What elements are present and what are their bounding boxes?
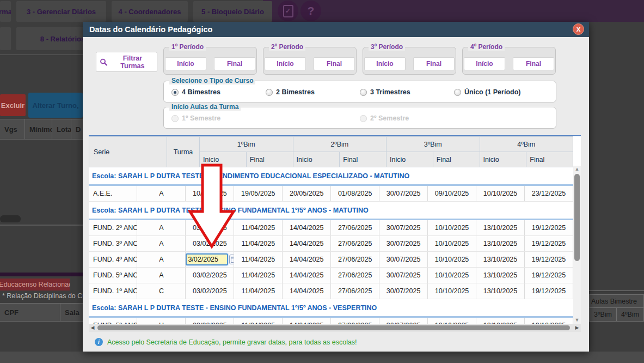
school-group-header: Escola: SARAH L P DUTRA TESTE - ATENDIME… — [89, 167, 573, 185]
date-cell[interactable]: 13/10/2025 — [476, 252, 525, 268]
date-cell[interactable]: 19/12/2025 — [524, 236, 573, 252]
col-header-serie: Serie — [89, 137, 167, 167]
date-cell[interactable]: 10/10/2025 — [428, 283, 476, 299]
date-cell[interactable]: 14/04/2025 — [283, 283, 331, 299]
table-row: FUND. 5º ANOA03/02/202511/04/202514/04/2… — [89, 268, 573, 283]
date-cell[interactable]: 13/10/2025 — [476, 283, 525, 299]
serie-cell: FUND. 3º ANO — [89, 236, 137, 252]
date-cell[interactable]: 30/07/2025 — [379, 268, 428, 283]
date-cell[interactable]: 10/10/2025 — [428, 220, 476, 236]
tipo-curso-label-1: 2 Bimestres — [276, 88, 315, 96]
periodo-4-inicio-button[interactable]: Início — [464, 57, 505, 70]
periodo-2-inicio-button[interactable]: Início — [265, 57, 306, 70]
calendar-icon[interactable] — [229, 255, 234, 264]
date-cell[interactable]: 19/05/2025 — [234, 185, 283, 202]
date-cell[interactable]: 11/04/2025 — [234, 283, 283, 299]
date-cell[interactable]: 30/07/2025 — [379, 283, 428, 299]
scroll-up-icon[interactable]: ▲ — [573, 166, 581, 173]
date-cell[interactable]: 19/12/2025 — [524, 220, 573, 236]
date-cell[interactable]: 11/04/2025 — [234, 268, 283, 283]
inicio-aulas-label-1: 2º Semestre — [370, 114, 409, 122]
scroll-right-icon[interactable]: ▶ — [573, 324, 581, 332]
date-cell[interactable]: 30/07/2025 — [379, 236, 428, 252]
tipo-curso-radio-2[interactable] — [360, 89, 367, 96]
bg-tab-2[interactable]: 4 - Coordenadores — [112, 1, 188, 22]
tipo-curso-option-2[interactable]: 3 Trimestres — [360, 88, 410, 96]
date-cell[interactable]: 27/06/2025 — [331, 220, 379, 236]
date-cell[interactable]: 10/10/2025 — [428, 268, 476, 283]
bg-scrollbar-thumb[interactable] — [0, 215, 21, 222]
periodo-3-final-button[interactable]: Final — [413, 57, 455, 70]
tipo-curso-radio-3[interactable] — [454, 89, 461, 96]
date-cell[interactable] — [186, 252, 234, 268]
date-cell[interactable]: 14/04/2025 — [283, 220, 331, 236]
date-cell[interactable]: 11/04/2025 — [234, 252, 283, 268]
date-cell[interactable]: 19/12/2025 — [524, 252, 573, 268]
periodo-4-final-button[interactable]: Final — [513, 57, 554, 70]
horizontal-scrollbar-thumb[interactable] — [97, 325, 570, 330]
date-cell[interactable]: 27/06/2025 — [331, 283, 379, 299]
bg-tab-1[interactable]: 3 - Gerenciar Diários — [16, 1, 106, 22]
excluir-button[interactable]: Excluir — [0, 94, 26, 116]
date-cell[interactable]: 19/12/2025 — [524, 283, 573, 299]
date-cell[interactable]: 03/02/2025 — [186, 236, 234, 252]
calendar-table-viewport: Escola: SARAH L P DUTRA TESTE - ATENDIME… — [89, 167, 573, 325]
clipboard-check-icon[interactable]: ✓ — [278, 1, 298, 21]
tipo-curso-option-1[interactable]: 2 Bimestres — [266, 88, 315, 96]
date-cell[interactable]: 27/06/2025 — [331, 252, 379, 268]
help-icon[interactable]: ? — [300, 1, 321, 21]
horizontal-scrollbar[interactable]: ◀ ▶ — [89, 324, 581, 332]
tipo-curso-option-3[interactable]: Único (1 Período) — [454, 88, 520, 96]
date-cell[interactable]: 30/07/2025 — [379, 252, 428, 268]
date-cell[interactable]: 10/10/2025 — [428, 252, 476, 268]
date-cell[interactable]: 09/10/2025 — [428, 185, 476, 202]
date-cell[interactable]: 14/04/2025 — [283, 236, 331, 252]
date-cell[interactable]: 30/07/2025 — [379, 220, 428, 236]
vertical-scrollbar-thumb[interactable] — [574, 174, 580, 261]
date-cell[interactable]: 01/08/2025 — [331, 185, 379, 202]
date-cell[interactable]: 10/10/2025 — [428, 236, 476, 252]
tipo-curso-radio-0[interactable] — [171, 89, 179, 96]
bg-tab-0[interactable]: rma — [0, 1, 11, 22]
date-cell[interactable]: 14/04/2025 — [283, 268, 331, 283]
periodo-3-inicio-button[interactable]: Início — [364, 57, 406, 70]
date-cell[interactable]: 13/10/2025 — [476, 236, 525, 252]
date-cell[interactable]: 14/04/2025 — [283, 252, 331, 268]
bg-tab-3[interactable]: 5 - Bloqueio Diário — [193, 1, 272, 22]
date-input-1bim-inicio[interactable] — [186, 253, 228, 265]
date-cell[interactable]: 20/05/2025 — [283, 185, 331, 202]
periodo-1-final-button[interactable]: Final — [214, 57, 255, 70]
date-cell[interactable]: 03/02/2025 — [186, 268, 234, 283]
footer-info: i Acesso pelo Secretaria de Educação, pe… — [95, 338, 357, 346]
close-icon[interactable]: X — [573, 23, 584, 35]
date-cell[interactable]: 03/02/2025 — [186, 220, 234, 236]
alterar-turno-button[interactable]: Alterar Turno, — [28, 93, 83, 118]
date-cell[interactable]: 11/04/2025 — [234, 236, 283, 252]
educacenso-tab[interactable]: 0 Educacenso Relacionada — [0, 279, 70, 291]
date-cell[interactable]: 11/04/2025 — [234, 220, 283, 236]
col-header-bim-4: 4ºBim — [480, 137, 573, 152]
date-cell[interactable]: 23/12/2025 — [524, 185, 573, 202]
turma-cell: C — [137, 283, 186, 299]
scroll-left-icon[interactable]: ◀ — [89, 324, 96, 332]
filtrar-turmas-button[interactable]: Filtrar Turmas — [96, 52, 157, 72]
date-cell[interactable]: 19/12/2025 — [524, 268, 573, 283]
search-icon — [100, 58, 108, 66]
tipo-curso-radio-1[interactable] — [266, 89, 273, 96]
date-cell[interactable]: 10/02/2025 — [186, 185, 234, 202]
inicio-aulas-legend: Início Aulas da Turma — [169, 103, 241, 111]
vertical-scrollbar[interactable]: ▲ ▼ — [573, 166, 581, 324]
date-cell[interactable]: 27/06/2025 — [331, 268, 379, 283]
table-row: A.E.E.A10/02/202519/05/202520/05/202501/… — [89, 185, 573, 202]
date-cell[interactable]: 13/10/2025 — [476, 268, 525, 283]
periodo-2-final-button[interactable]: Final — [314, 57, 355, 70]
date-cell[interactable]: 30/07/2025 — [379, 185, 428, 202]
date-cell[interactable]: 27/06/2025 — [331, 236, 379, 252]
bg-tab-fragment-row2[interactable] — [0, 27, 11, 50]
date-cell[interactable]: 13/10/2025 — [476, 220, 525, 236]
date-cell[interactable]: 10/10/2025 — [476, 185, 525, 202]
scroll-down-icon[interactable]: ▼ — [573, 317, 581, 324]
date-cell[interactable]: 03/02/2025 — [186, 283, 234, 299]
periodo-1-inicio-button[interactable]: Início — [165, 57, 206, 70]
tipo-curso-option-0[interactable]: 4 Bimestres — [171, 88, 220, 96]
